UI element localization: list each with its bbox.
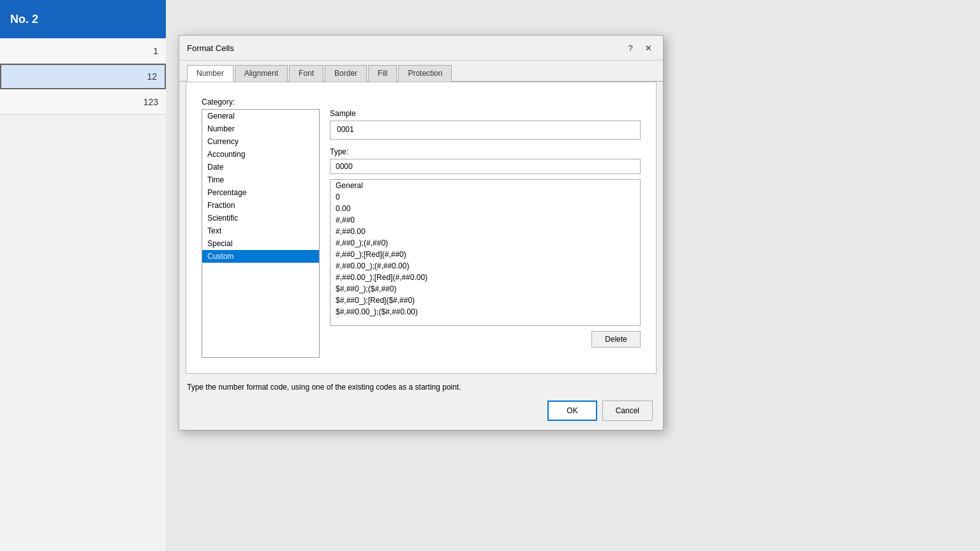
category-item-fraction[interactable]: Fraction: [202, 199, 319, 212]
format-item-dollar-red[interactable]: $#,##0_);[Red]($#,##0): [330, 295, 640, 306]
format-item-general[interactable]: General: [330, 180, 640, 191]
tab-number[interactable]: Number: [187, 65, 234, 82]
category-item-accounting[interactable]: Accounting: [202, 148, 319, 161]
delete-button[interactable]: Delete: [591, 331, 641, 348]
format-list: General 0 0.00 #,##0 #,##0.00 #,##0_);(#…: [330, 180, 640, 318]
tab-protection[interactable]: Protection: [398, 65, 452, 82]
tab-alignment[interactable]: Alignment: [235, 65, 288, 82]
dialog-overlay: Format Cells ? ✕ Number Alignment Font B…: [0, 0, 980, 551]
category-item-scientific[interactable]: Scientific: [202, 212, 319, 224]
dialog-title: Format Cells: [187, 43, 234, 53]
format-list-container[interactable]: General 0 0.00 #,##0 #,##0.00 #,##0_);(#…: [330, 179, 641, 326]
tab-border[interactable]: Border: [325, 65, 367, 82]
sample-value: 0001: [337, 125, 354, 134]
format-cells-dialog: Format Cells ? ✕ Number Alignment Font B…: [179, 35, 664, 430]
format-item-hash0[interactable]: #,##0: [330, 214, 640, 226]
format-item-0.00[interactable]: 0.00: [330, 203, 640, 214]
tab-font[interactable]: Font: [289, 65, 323, 82]
category-item-number[interactable]: Number: [202, 122, 319, 135]
close-button[interactable]: ✕: [641, 41, 655, 55]
tabs-bar: Number Alignment Font Border Fill Protec…: [179, 61, 663, 82]
format-item-paren1[interactable]: #,##0_);(#,##0): [330, 237, 640, 249]
type-label: Type:: [330, 147, 641, 156]
dialog-body-wrapper: Category: General Number Currency Accoun…: [179, 82, 663, 376]
help-text: Type the number format code, using one o…: [179, 376, 663, 394]
category-item-general[interactable]: General: [202, 110, 319, 122]
format-item-dollar1[interactable]: $#,##0_);($#,##0): [330, 283, 640, 295]
sample-label: Sample: [330, 109, 641, 118]
dialog-controls: ? ✕: [623, 41, 655, 55]
type-input[interactable]: [330, 159, 641, 174]
sample-box: 0001: [330, 121, 641, 140]
delete-btn-row: Delete: [330, 331, 641, 348]
tab-fill[interactable]: Fill: [368, 65, 397, 82]
category-list[interactable]: General Number Currency Accounting Date …: [202, 109, 320, 358]
dialog-footer: OK Cancel: [179, 394, 663, 430]
format-item-paren2[interactable]: #,##0.00_);(#,##0.00): [330, 260, 640, 272]
cancel-button[interactable]: Cancel: [602, 400, 653, 421]
sample-section: Sample 0001: [330, 109, 641, 140]
right-panel: Sample 0001 Type:: [330, 109, 641, 358]
category-item-special[interactable]: Special: [202, 237, 319, 250]
category-item-text[interactable]: Text: [202, 224, 319, 237]
format-item-red2[interactable]: #,##0.00_);[Red](#,##0.00): [330, 272, 640, 283]
category-item-time[interactable]: Time: [202, 173, 319, 186]
type-section: Type:: [330, 147, 641, 174]
category-item-custom[interactable]: Custom: [202, 250, 319, 263]
format-item-hash0.00[interactable]: #,##0.00: [330, 226, 640, 237]
category-list-container: General Number Currency Accounting Date …: [202, 109, 320, 358]
category-item-currency[interactable]: Currency: [202, 135, 319, 148]
format-item-dollar2[interactable]: $#,##0.00_);($#,##0.00): [330, 306, 640, 318]
ok-button[interactable]: OK: [547, 400, 597, 421]
help-button[interactable]: ?: [623, 41, 637, 55]
category-label: Category:: [202, 98, 641, 107]
dialog-titlebar: Format Cells ? ✕: [179, 36, 663, 61]
format-item-red1[interactable]: #,##0_);[Red](#,##0): [330, 249, 640, 260]
dialog-body: Category: General Number Currency Accoun…: [186, 82, 657, 374]
category-item-date[interactable]: Date: [202, 161, 319, 173]
format-item-0[interactable]: 0: [330, 191, 640, 203]
main-area: General Number Currency Accounting Date …: [202, 109, 641, 358]
dialog-content: Category: General Number Currency Accoun…: [194, 90, 648, 365]
category-item-percentage[interactable]: Percentage: [202, 186, 319, 199]
